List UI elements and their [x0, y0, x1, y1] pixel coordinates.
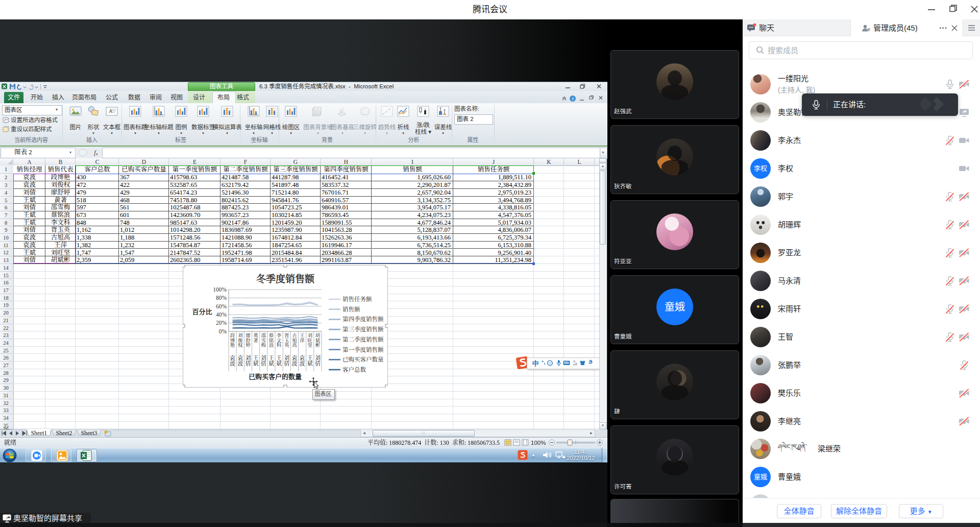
svg-text:20%: 20%	[216, 320, 227, 326]
svg-text:胥玉英: 胥玉英	[284, 333, 289, 348]
svg-text:80%: 80%	[216, 295, 227, 301]
svg-text:袁波: 袁波	[291, 354, 297, 367]
svg-text:王萍: 王萍	[300, 333, 305, 343]
svg-text:袁波: 袁波	[230, 354, 235, 367]
svg-text:蔡铭浪: 蔡铭浪	[269, 332, 274, 348]
svg-text:袁波: 袁波	[300, 354, 305, 367]
svg-text:王斌: 王斌	[307, 355, 313, 367]
svg-text:刘倩: 刘倩	[315, 354, 321, 367]
svg-text:40%: 40%	[216, 312, 227, 318]
svg-text:百分比: 百分比	[192, 308, 212, 316]
svg-text:刘俊权: 刘俊权	[238, 332, 243, 348]
svg-text:0%: 0%	[219, 328, 227, 334]
svg-text:第一季度销售额: 第一季度销售额	[342, 346, 384, 353]
svg-text:刘倩: 刘倩	[245, 354, 251, 367]
svg-text:王斌: 王斌	[268, 355, 274, 367]
svg-text:王斌: 王斌	[276, 355, 282, 367]
svg-text:邵雪梅: 邵雪梅	[261, 333, 266, 348]
svg-text:袁波: 袁波	[237, 354, 243, 367]
svg-text:?: ?	[572, 97, 574, 102]
svg-text:60%: 60%	[216, 303, 227, 309]
svg-text:销售任务额: 销售任务额	[342, 296, 372, 302]
svg-text:李文科: 李文科	[277, 332, 282, 348]
svg-text:古旭高: 古旭高	[292, 332, 297, 348]
svg-text:第四季度销售额: 第四季度销售额	[342, 316, 384, 322]
svg-text:fx: fx	[94, 149, 97, 156]
svg-text:刘旺坚: 刘旺坚	[307, 332, 312, 348]
svg-text:刘倩: 刘倩	[261, 354, 266, 367]
svg-text:刘倩: 刘倩	[284, 354, 289, 367]
svg-text:黄著: 黄著	[253, 332, 258, 343]
svg-text:段博艳: 段博艳	[230, 333, 235, 348]
svg-text:廖舒婷: 廖舒婷	[246, 332, 251, 348]
svg-text:已购买客户的数量: 已购买客户的数量	[249, 373, 302, 380]
svg-text:第二季度销售额: 第二季度销售额	[342, 336, 384, 343]
svg-text:冬季度销售额: 冬季度销售额	[256, 273, 315, 284]
svg-text:已购买客户数量: 已购买客户数量	[342, 356, 384, 363]
svg-text:销售额: 销售额	[342, 306, 360, 313]
svg-text:胡斌彬: 胡斌彬	[315, 332, 321, 348]
svg-text:100%: 100%	[213, 286, 227, 293]
svg-text:客户总数: 客户总数	[342, 366, 366, 373]
svg-text:王斌: 王斌	[253, 355, 259, 367]
svg-text:第三季度销售额: 第三季度销售额	[342, 326, 384, 332]
